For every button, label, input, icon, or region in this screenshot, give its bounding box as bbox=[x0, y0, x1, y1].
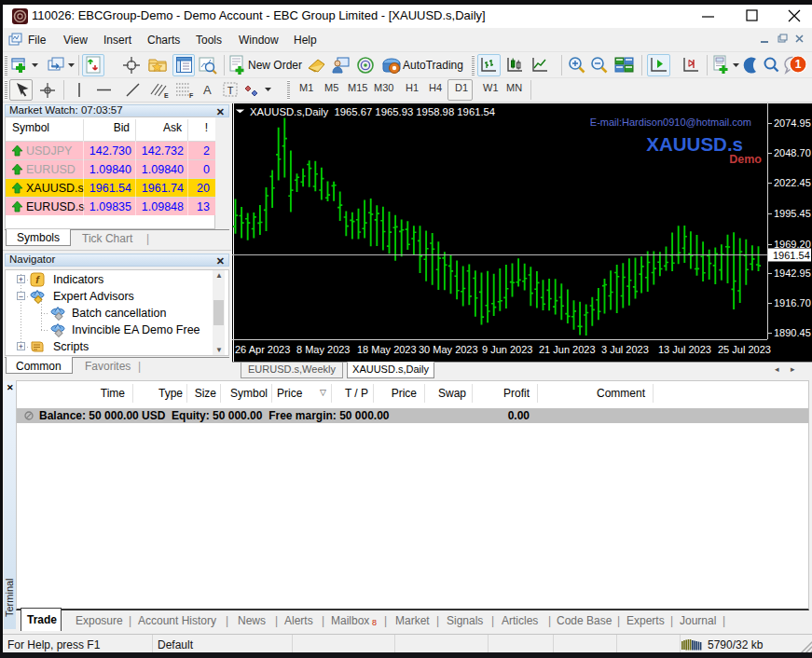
svg-text:30 May 2023: 30 May 2023 bbox=[419, 344, 478, 355]
svg-text:F: F bbox=[189, 92, 194, 99]
svg-text:1942.95: 1942.95 bbox=[774, 267, 811, 279]
svg-text:XAUUSD.s: XAUUSD.s bbox=[646, 133, 743, 155]
svg-text:13 Jul 2023: 13 Jul 2023 bbox=[658, 344, 711, 355]
svg-text:E-mail:Hardison0910@hotmail.co: E-mail:Hardison0910@hotmail.com bbox=[590, 117, 751, 128]
svg-text:E: E bbox=[164, 92, 169, 99]
svg-text:2074.95: 2074.95 bbox=[774, 117, 811, 129]
svg-text:Demo: Demo bbox=[729, 153, 762, 166]
svg-text:18 May 2023: 18 May 2023 bbox=[357, 344, 417, 355]
svg-text:1: 1 bbox=[795, 58, 802, 71]
svg-text:21 Jun 2023: 21 Jun 2023 bbox=[539, 344, 596, 355]
svg-text:9 Jun 2023: 9 Jun 2023 bbox=[482, 344, 532, 355]
svg-text:1961.54: 1961.54 bbox=[773, 250, 810, 261]
svg-text:1969.20: 1969.20 bbox=[774, 239, 811, 250]
svg-text:25 Jul 2023: 25 Jul 2023 bbox=[718, 344, 771, 355]
svg-text:8 May 2023: 8 May 2023 bbox=[296, 344, 350, 355]
svg-text:3 Jul 2023: 3 Jul 2023 bbox=[601, 344, 649, 355]
svg-text:26 Apr 2023: 26 Apr 2023 bbox=[235, 344, 290, 355]
svg-text:1890.45: 1890.45 bbox=[774, 327, 811, 338]
svg-text:XAUUSD.s,Daily 1965.67 1965.9: XAUUSD.s,Daily 1965.67 1965.93 1958.98 1… bbox=[250, 106, 495, 117]
svg-text:1995.45: 1995.45 bbox=[774, 208, 811, 219]
svg-text:2022.45: 2022.45 bbox=[774, 177, 811, 188]
svg-text:1916.70: 1916.70 bbox=[774, 297, 811, 308]
svg-text:T: T bbox=[227, 85, 234, 96]
svg-text:2048.70: 2048.70 bbox=[774, 147, 811, 158]
